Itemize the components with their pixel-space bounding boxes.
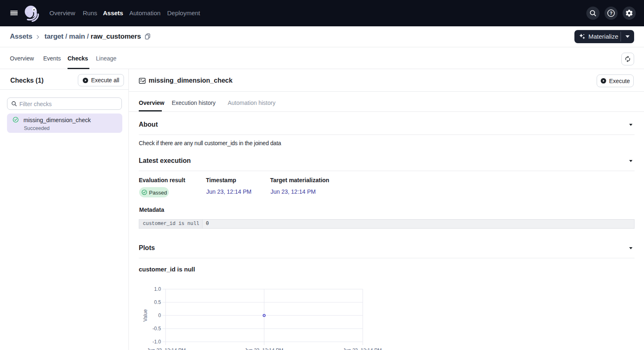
svg-text:-1.0: -1.0 bbox=[152, 339, 161, 345]
svg-text:Jun 23, 12:14 PM: Jun 23, 12:14 PM bbox=[147, 348, 186, 350]
svg-text:Jun 23, 12:14 PM: Jun 23, 12:14 PM bbox=[343, 348, 382, 350]
svg-text:0.5: 0.5 bbox=[154, 299, 161, 305]
svg-text:-0.5: -0.5 bbox=[152, 326, 161, 331]
svg-text:Value: Value bbox=[142, 309, 148, 322]
svg-text:1.0: 1.0 bbox=[154, 286, 161, 292]
svg-text:0: 0 bbox=[158, 313, 161, 318]
svg-text:?: ? bbox=[610, 11, 613, 16]
svg-text:Jun 23, 12:14 PM: Jun 23, 12:14 PM bbox=[245, 348, 283, 350]
